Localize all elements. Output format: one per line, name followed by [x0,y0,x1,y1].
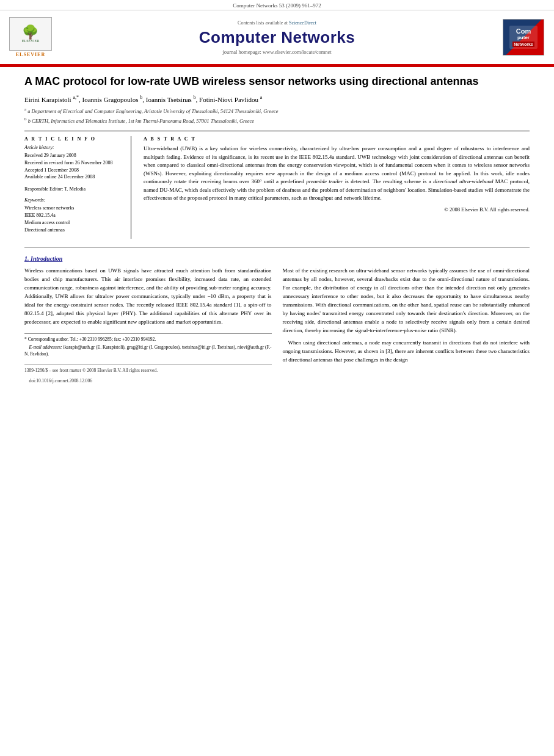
intro-title: Introduction [31,255,62,262]
sciencedirect-link[interactable]: ScienceDirect [289,20,316,26]
body-two-col: Wireless communications based on UWB sig… [24,267,530,388]
authors-line: Eirini Karapistoli a,*, Ioannis Gragopou… [24,95,530,103]
affiliation-b: b CERTH, Informatics and Telematics Inst… [28,118,255,124]
keywords-block: Keywords: Wireless sensor networks IEEE … [24,197,125,234]
body-left-col: Wireless communications based on UWB sig… [24,267,272,388]
body-right-col: Most of the existing research on ultra-w… [283,267,530,388]
journal-center: Contents lists available at ScienceDirec… [55,20,499,55]
history-label: Article history: [24,145,125,150]
intro-number: 1. [24,255,29,262]
abstract-text: Ultra-wideband (UWB) is a key solution f… [144,145,530,203]
email-label: E-mail addresses: [29,344,62,350]
issn-line: 1389-1286/$ – see front matter © 2008 El… [24,367,272,374]
article-info-col: A R T I C L E I N F O Article history: R… [24,136,131,239]
intro-right-para-2: When using directional antennas, a node … [283,339,530,365]
journal-title: Computer Networks [61,28,493,47]
keyword-3: Medium access control [24,219,125,227]
citation-text: Computer Networks 53 (2009) 961–972 [233,2,321,9]
keyword-4: Directional antennas [24,227,125,234]
main-content: A MAC protocol for low-rate UWB wireless… [0,67,554,401]
keywords-label: Keywords: [24,197,125,203]
article-title: A MAC protocol for low-rate UWB wireless… [24,75,530,89]
intro-heading: 1. Introduction [24,255,62,262]
intro-right-para-1: Most of the existing research on ultra-w… [283,267,530,335]
journal-homepage: journal homepage: www.elsevier.com/locat… [61,49,493,55]
doi-line: doi:10.1016/j.comnet.2008.12.006 [24,377,272,385]
intro-para-1: Wireless communications based on UWB sig… [24,267,272,327]
sciencedirect-label: Contents lists available at [238,20,288,26]
elsevier-text: ELSEVIER [16,52,45,57]
received-revised-date: Received in revised form 26 November 200… [24,159,125,167]
affiliations: a a Department of Electrical and Compute… [24,107,530,125]
intro-heading-block: 1. Introduction [24,255,530,262]
received-date: Received 29 January 2008 [24,152,125,159]
section-divider [24,247,530,248]
footnote-corresponding: * Corresponding author. Tel.: +30 2310 9… [24,336,272,343]
sciencedirect-line: Contents lists available at ScienceDirec… [61,20,493,26]
copyright: © 2008 Elsevier B.V. All rights reserved… [144,206,530,213]
article-history: Article history: Received 29 January 200… [24,145,125,180]
keyword-1: Wireless sensor networks [24,205,125,212]
journal-header: 🌳 ELSEVIER ELSEVIER Contents lists avail… [0,10,554,65]
footnote-area: * Corresponding author. Tel.: +30 2310 9… [24,333,272,358]
cn-logo-container: Com puter Networks [499,19,548,56]
journal-citation: Computer Networks 53 (2009) 961–972 [0,0,554,10]
bottom-bar: 1389-1286/$ – see front matter © 2008 El… [24,364,272,385]
abstract-col: A B S T R A C T Ultra-wideband (UWB) is … [144,136,530,239]
footnote-emails: E-mail addresses: ikarapis@auth.gr (E. K… [24,344,272,358]
affiliation-a: a Department of Electrical and Computer … [27,108,278,114]
elsevier-logo: 🌳 ELSEVIER ELSEVIER [6,17,55,57]
accepted-date: Accepted 1 December 2008 [24,167,125,174]
article-info-title: A R T I C L E I N F O [24,136,125,142]
article-info-abstract: A R T I C L E I N F O Article history: R… [24,131,530,239]
cn-logo: Com puter Networks [503,19,544,56]
available-date: Available online 24 December 2008 [24,173,125,181]
keyword-2: IEEE 802.15.4a [24,212,125,219]
editor-label: Responsible Editor: T. Melodia [24,186,125,193]
abstract-title: A B S T R A C T [144,136,530,142]
responsible-editor: Responsible Editor: T. Melodia [24,186,125,193]
